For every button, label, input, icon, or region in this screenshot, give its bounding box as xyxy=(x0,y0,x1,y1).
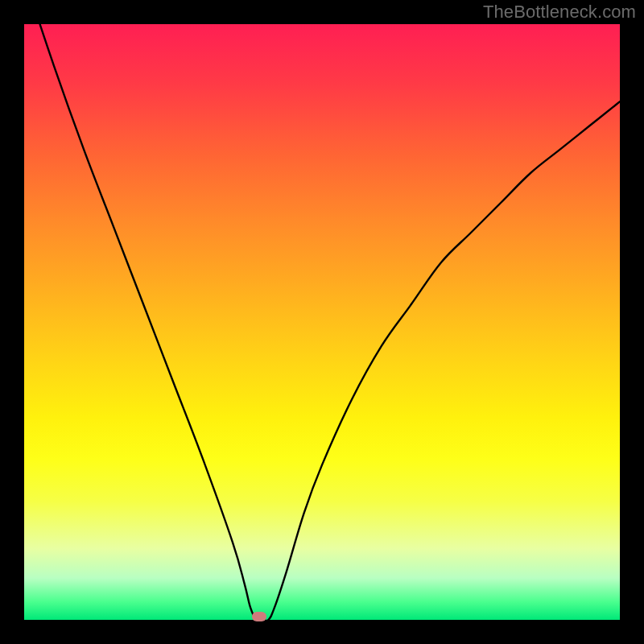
chart-frame: TheBottleneck.com xyxy=(0,0,644,644)
watermark-text: TheBottleneck.com xyxy=(483,2,636,23)
plot-area xyxy=(24,24,620,620)
minimum-marker xyxy=(252,612,266,621)
bottleneck-curve xyxy=(24,24,620,620)
